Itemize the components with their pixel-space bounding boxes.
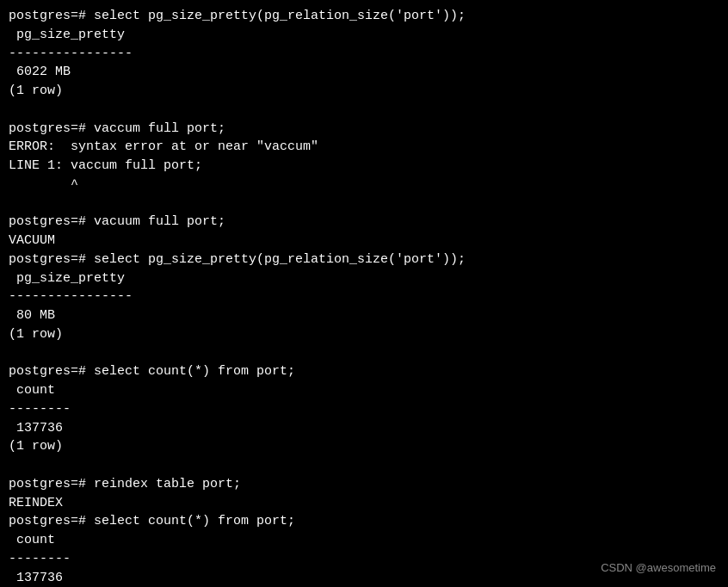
terminal-line: ^	[9, 176, 719, 195]
terminal-line: LINE 1: vaccum full port;	[9, 157, 719, 176]
terminal-line: (1 row)	[9, 437, 719, 456]
terminal-line: (1 row)	[9, 82, 719, 101]
terminal-content: postgres=# select pg_size_pretty(pg_rela…	[9, 7, 719, 587]
terminal-line: postgres=# select pg_size_pretty(pg_rela…	[9, 250, 719, 269]
terminal-line: postgres=# select count(*) from port;	[9, 362, 719, 381]
terminal-spacer	[9, 456, 719, 475]
terminal-line: postgres=# select count(*) from port;	[9, 512, 719, 531]
terminal-line: (1 row)	[9, 325, 719, 344]
terminal-line: REINDEX	[9, 494, 719, 513]
terminal-spacer	[9, 101, 719, 120]
terminal-line: 80 MB	[9, 306, 719, 325]
terminal-line: postgres=# reindex table port;	[9, 475, 719, 494]
terminal-line: ERROR: syntax error at or near "vaccum"	[9, 138, 719, 157]
terminal-line: 6022 MB	[9, 63, 719, 82]
terminal-line: postgres=# vaccum full port;	[9, 120, 719, 139]
watermark: CSDN @awesometime	[601, 560, 716, 577]
terminal-line: pg_size_pretty	[9, 26, 719, 45]
terminal-line: VACUUM	[9, 232, 719, 250]
terminal-spacer	[9, 344, 719, 363]
terminal-line: count	[9, 381, 719, 400]
terminal-line: ----------------	[9, 287, 719, 306]
terminal-line: pg_size_pretty	[9, 269, 719, 288]
terminal-line: count	[9, 531, 719, 550]
terminal-line: --------	[9, 400, 719, 419]
terminal-line: postgres=# vacuum full port;	[9, 213, 719, 232]
terminal-line: ----------------	[9, 45, 719, 64]
terminal-line: 137736	[9, 419, 719, 438]
terminal-line: postgres=# select pg_size_pretty(pg_rela…	[9, 7, 719, 26]
terminal-spacer	[9, 195, 719, 213]
terminal-window[interactable]: postgres=# select pg_size_pretty(pg_rela…	[0, 0, 728, 587]
